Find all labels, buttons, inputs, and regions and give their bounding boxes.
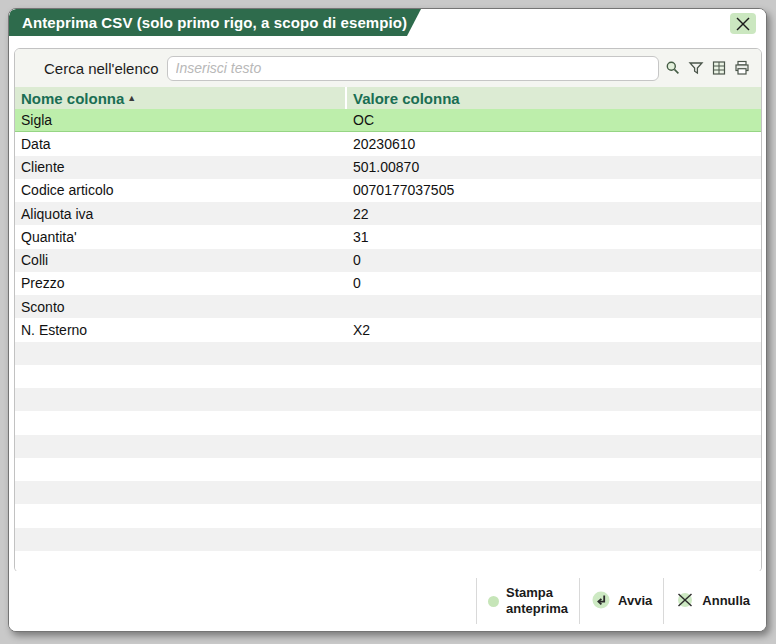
table-row[interactable]: Cliente 501.00870	[15, 156, 761, 179]
cell-nome-colonna: Sigla	[15, 112, 349, 128]
list-panel: Cerca nell'elenco	[14, 48, 762, 573]
table-body: Sigla OC Data 20230610 Cliente 501.00870…	[15, 109, 761, 573]
table-row[interactable]: Aliquota iva 22	[15, 202, 761, 225]
table-row[interactable]: Quantita' 31	[15, 225, 761, 248]
cross-icon	[675, 590, 695, 613]
table-row[interactable]: Sigla OC	[15, 109, 761, 132]
page-title: Anteprima CSV (solo primo rigo, a scopo …	[9, 14, 407, 31]
print-icon[interactable]	[734, 60, 750, 76]
footer-bar: Stampa anteprima Avvia	[9, 571, 766, 631]
screen: { "window": { "title": "Anteprima CSV (s…	[0, 0, 776, 644]
sort-asc-icon: ▲	[127, 94, 136, 103]
table-row-empty[interactable]	[15, 411, 761, 434]
cell-nome-colonna: Cliente	[15, 159, 349, 175]
cell-valore-colonna: 31	[349, 229, 761, 245]
close-icon	[735, 17, 751, 31]
column-header-valore-colonna[interactable]: Valore colonna	[347, 87, 761, 109]
table-row-empty[interactable]	[15, 435, 761, 458]
table-row-empty[interactable]	[15, 365, 761, 388]
title-bar: Anteprima CSV (solo primo rigo, a scopo …	[9, 9, 766, 36]
table-row-empty[interactable]	[15, 551, 761, 573]
search-input[interactable]	[167, 56, 659, 81]
cancel-label: Annulla	[702, 593, 750, 609]
search-icon[interactable]	[665, 60, 681, 76]
cell-nome-colonna: Colli	[15, 252, 349, 268]
cell-nome-colonna: Data	[15, 136, 349, 152]
cell-nome-colonna: Codice articolo	[15, 182, 349, 198]
table-row-empty[interactable]	[15, 528, 761, 551]
cell-valore-colonna: X2	[349, 322, 761, 338]
table-row-empty[interactable]	[15, 388, 761, 411]
cell-valore-colonna: 501.00870	[349, 159, 761, 175]
enter-arrow-icon	[591, 590, 611, 613]
title-tab: Anteprima CSV (solo primo rigo, a scopo …	[9, 9, 421, 36]
close-button[interactable]	[730, 13, 756, 34]
cell-valore-colonna: 20230610	[349, 136, 761, 152]
table-row-empty[interactable]	[15, 342, 761, 365]
cell-valore-colonna: 22	[349, 206, 761, 222]
cell-valore-colonna: 0	[349, 275, 761, 291]
table-row[interactable]: Data 20230610	[15, 132, 761, 155]
cell-nome-colonna: Aliquota iva	[15, 206, 349, 222]
column-header-label: Valore colonna	[353, 90, 460, 107]
cell-valore-colonna: 0	[349, 252, 761, 268]
dot-icon	[488, 596, 499, 607]
table-header: Nome colonna ▲ Valore colonna	[15, 87, 761, 109]
column-header-label: Nome colonna	[21, 90, 124, 107]
search-bar: Cerca nell'elenco	[15, 49, 761, 87]
cell-nome-colonna: Sconto	[15, 299, 349, 315]
table-row[interactable]: N. Esterno X2	[15, 318, 761, 341]
cell-nome-colonna: N. Esterno	[15, 322, 349, 338]
table-row[interactable]: Sconto	[15, 295, 761, 318]
cell-valore-colonna: 0070177037505	[349, 182, 761, 198]
search-label: Cerca nell'elenco	[44, 60, 159, 77]
cell-valore-colonna: OC	[349, 112, 761, 128]
table-row[interactable]: Codice articolo 0070177037505	[15, 179, 761, 202]
table-row-empty[interactable]	[15, 458, 761, 481]
cell-nome-colonna: Prezzo	[15, 275, 349, 291]
cancel-button[interactable]: Annulla	[663, 578, 761, 624]
cell-nome-colonna: Quantita'	[15, 229, 349, 245]
column-header-nome-colonna[interactable]: Nome colonna ▲	[15, 87, 347, 109]
print-preview-button[interactable]: Stampa anteprima	[476, 578, 579, 624]
table-row-empty[interactable]	[15, 504, 761, 527]
print-preview-label: Stampa anteprima	[506, 585, 568, 616]
filter-icon[interactable]	[688, 60, 704, 76]
table-row-empty[interactable]	[15, 481, 761, 504]
table-row[interactable]: Prezzo 0	[15, 272, 761, 295]
start-button[interactable]: Avvia	[579, 578, 663, 624]
list-toolbar	[665, 60, 750, 76]
table-row[interactable]: Colli 0	[15, 249, 761, 272]
export-excel-icon[interactable]	[711, 60, 727, 76]
csv-preview-dialog: Anteprima CSV (solo primo rigo, a scopo …	[8, 8, 767, 632]
start-label: Avvia	[618, 593, 652, 609]
